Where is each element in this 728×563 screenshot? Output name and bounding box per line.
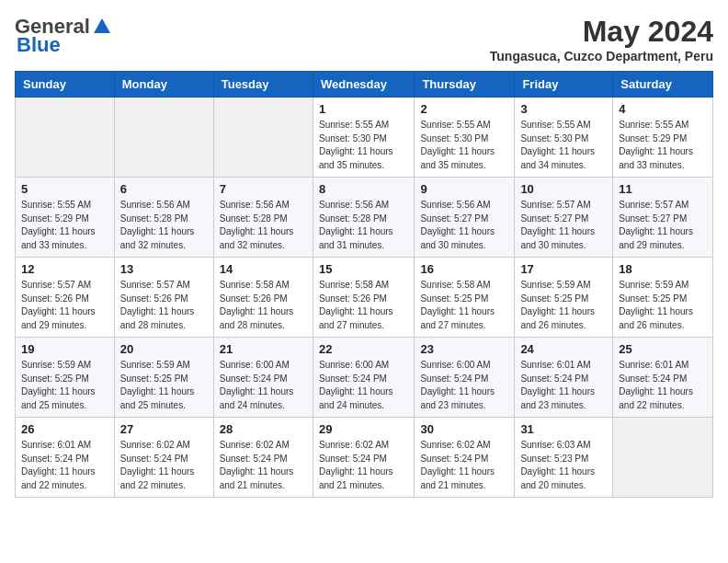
day-number: 19: [21, 342, 108, 356]
month-title: May 2024: [490, 15, 713, 49]
logo-icon: [92, 17, 112, 37]
day-info: Sunrise: 6:00 AM Sunset: 5:24 PM Dayligh…: [319, 359, 408, 412]
day-info: Sunrise: 5:56 AM Sunset: 5:27 PM Dayligh…: [420, 199, 508, 252]
calendar-week-row: 1Sunrise: 5:55 AM Sunset: 5:30 PM Daylig…: [16, 98, 713, 178]
day-info: Sunrise: 5:55 AM Sunset: 5:30 PM Dayligh…: [319, 119, 408, 172]
day-info: Sunrise: 5:58 AM Sunset: 5:26 PM Dayligh…: [319, 279, 408, 332]
day-number: 18: [619, 262, 707, 276]
day-number: 7: [220, 182, 307, 196]
calendar-week-row: 5Sunrise: 5:55 AM Sunset: 5:29 PM Daylig…: [16, 178, 713, 258]
calendar-cell: 6Sunrise: 5:56 AM Sunset: 5:28 PM Daylig…: [114, 178, 213, 258]
day-number: 14: [220, 262, 307, 276]
calendar-cell: 30Sunrise: 6:02 AM Sunset: 5:24 PM Dayli…: [415, 418, 515, 498]
day-info: Sunrise: 6:01 AM Sunset: 5:24 PM Dayligh…: [520, 359, 607, 412]
day-number: 17: [520, 262, 607, 276]
calendar-cell: 11Sunrise: 5:57 AM Sunset: 5:27 PM Dayli…: [613, 178, 713, 258]
day-number: 10: [520, 182, 607, 196]
day-number: 24: [520, 342, 607, 356]
calendar-cell: 7Sunrise: 5:56 AM Sunset: 5:28 PM Daylig…: [213, 178, 313, 258]
calendar-cell: 28Sunrise: 6:02 AM Sunset: 5:24 PM Dayli…: [213, 418, 313, 498]
calendar-cell: 9Sunrise: 5:56 AM Sunset: 5:27 PM Daylig…: [415, 178, 515, 258]
day-info: Sunrise: 5:56 AM Sunset: 5:28 PM Dayligh…: [120, 199, 208, 252]
day-info: Sunrise: 6:02 AM Sunset: 5:24 PM Dayligh…: [120, 439, 208, 492]
weekday-header-saturday: Saturday: [613, 72, 713, 98]
weekday-header-wednesday: Wednesday: [313, 72, 414, 98]
weekday-header-monday: Monday: [114, 72, 213, 98]
calendar-table: SundayMondayTuesdayWednesdayThursdayFrid…: [15, 71, 713, 498]
day-number: 23: [420, 342, 508, 356]
day-number: 22: [319, 342, 408, 356]
day-number: 4: [619, 102, 707, 116]
weekday-header-thursday: Thursday: [415, 72, 515, 98]
day-info: Sunrise: 5:59 AM Sunset: 5:25 PM Dayligh…: [520, 279, 607, 332]
calendar-cell: 5Sunrise: 5:55 AM Sunset: 5:29 PM Daylig…: [16, 178, 115, 258]
calendar-cell: 26Sunrise: 6:01 AM Sunset: 5:24 PM Dayli…: [16, 418, 115, 498]
calendar-cell: 29Sunrise: 6:02 AM Sunset: 5:24 PM Dayli…: [313, 418, 414, 498]
day-number: 21: [220, 342, 307, 356]
calendar-week-row: 26Sunrise: 6:01 AM Sunset: 5:24 PM Dayli…: [16, 418, 713, 498]
calendar-cell: 13Sunrise: 5:57 AM Sunset: 5:26 PM Dayli…: [114, 258, 213, 338]
day-number: 8: [319, 182, 408, 196]
day-number: 2: [420, 102, 508, 116]
calendar-week-row: 12Sunrise: 5:57 AM Sunset: 5:26 PM Dayli…: [16, 258, 713, 338]
weekday-header-friday: Friday: [515, 72, 613, 98]
day-info: Sunrise: 5:57 AM Sunset: 5:27 PM Dayligh…: [619, 199, 707, 252]
day-info: Sunrise: 5:57 AM Sunset: 5:26 PM Dayligh…: [120, 279, 208, 332]
calendar-cell: 14Sunrise: 5:58 AM Sunset: 5:26 PM Dayli…: [213, 258, 313, 338]
day-info: Sunrise: 6:02 AM Sunset: 5:24 PM Dayligh…: [220, 439, 307, 492]
title-area: May 2024 Tungasuca, Cuzco Department, Pe…: [490, 15, 713, 63]
day-info: Sunrise: 6:01 AM Sunset: 5:24 PM Dayligh…: [21, 439, 108, 492]
day-number: 26: [21, 422, 108, 436]
calendar-cell: 2Sunrise: 5:55 AM Sunset: 5:30 PM Daylig…: [415, 98, 515, 178]
calendar-cell: 25Sunrise: 6:01 AM Sunset: 5:24 PM Dayli…: [613, 338, 713, 418]
day-info: Sunrise: 6:02 AM Sunset: 5:24 PM Dayligh…: [420, 439, 508, 492]
day-number: 11: [619, 182, 707, 196]
day-info: Sunrise: 5:59 AM Sunset: 5:25 PM Dayligh…: [21, 359, 108, 412]
calendar-cell: 24Sunrise: 6:01 AM Sunset: 5:24 PM Dayli…: [515, 338, 613, 418]
day-info: Sunrise: 6:03 AM Sunset: 5:23 PM Dayligh…: [520, 439, 607, 492]
day-number: 5: [21, 182, 108, 196]
day-info: Sunrise: 5:59 AM Sunset: 5:25 PM Dayligh…: [120, 359, 208, 412]
day-info: Sunrise: 5:57 AM Sunset: 5:26 PM Dayligh…: [21, 279, 108, 332]
day-info: Sunrise: 5:56 AM Sunset: 5:28 PM Dayligh…: [220, 199, 307, 252]
day-number: 31: [520, 422, 607, 436]
calendar-cell: 4Sunrise: 5:55 AM Sunset: 5:29 PM Daylig…: [613, 98, 713, 178]
calendar-cell: 18Sunrise: 5:59 AM Sunset: 5:25 PM Dayli…: [613, 258, 713, 338]
day-number: 15: [319, 262, 408, 276]
day-number: 1: [319, 102, 408, 116]
day-number: 16: [420, 262, 508, 276]
calendar-cell: [16, 98, 115, 178]
calendar-cell: 19Sunrise: 5:59 AM Sunset: 5:25 PM Dayli…: [16, 338, 115, 418]
day-number: 9: [420, 182, 508, 196]
calendar-cell: 1Sunrise: 5:55 AM Sunset: 5:30 PM Daylig…: [313, 98, 414, 178]
day-info: Sunrise: 5:55 AM Sunset: 5:29 PM Dayligh…: [21, 199, 108, 252]
calendar-cell: 3Sunrise: 5:55 AM Sunset: 5:30 PM Daylig…: [515, 98, 613, 178]
page-header: General Blue May 2024 Tungasuca, Cuzco D…: [15, 15, 713, 63]
weekday-header-sunday: Sunday: [16, 72, 115, 98]
day-info: Sunrise: 5:56 AM Sunset: 5:28 PM Dayligh…: [319, 199, 408, 252]
calendar-cell: [613, 418, 713, 498]
calendar-cell: 8Sunrise: 5:56 AM Sunset: 5:28 PM Daylig…: [313, 178, 414, 258]
day-number: 13: [120, 262, 208, 276]
calendar-cell: 17Sunrise: 5:59 AM Sunset: 5:25 PM Dayli…: [515, 258, 613, 338]
day-info: Sunrise: 5:57 AM Sunset: 5:27 PM Dayligh…: [520, 199, 607, 252]
day-number: 6: [120, 182, 208, 196]
day-info: Sunrise: 6:02 AM Sunset: 5:24 PM Dayligh…: [319, 439, 408, 492]
calendar-cell: 22Sunrise: 6:00 AM Sunset: 5:24 PM Dayli…: [313, 338, 414, 418]
day-info: Sunrise: 6:00 AM Sunset: 5:24 PM Dayligh…: [420, 359, 508, 412]
day-info: Sunrise: 5:58 AM Sunset: 5:26 PM Dayligh…: [220, 279, 307, 332]
calendar-cell: 12Sunrise: 5:57 AM Sunset: 5:26 PM Dayli…: [16, 258, 115, 338]
day-number: 3: [520, 102, 607, 116]
day-number: 30: [420, 422, 508, 436]
calendar-cell: [114, 98, 213, 178]
day-info: Sunrise: 5:58 AM Sunset: 5:25 PM Dayligh…: [420, 279, 508, 332]
day-number: 27: [120, 422, 208, 436]
day-number: 29: [319, 422, 408, 436]
weekday-header-tuesday: Tuesday: [213, 72, 313, 98]
calendar-cell: 16Sunrise: 5:58 AM Sunset: 5:25 PM Dayli…: [415, 258, 515, 338]
calendar-cell: 15Sunrise: 5:58 AM Sunset: 5:26 PM Dayli…: [313, 258, 414, 338]
day-info: Sunrise: 6:00 AM Sunset: 5:24 PM Dayligh…: [220, 359, 307, 412]
calendar-cell: 23Sunrise: 6:00 AM Sunset: 5:24 PM Dayli…: [415, 338, 515, 418]
day-number: 25: [619, 342, 707, 356]
logo-blue-text: Blue: [17, 33, 61, 57]
